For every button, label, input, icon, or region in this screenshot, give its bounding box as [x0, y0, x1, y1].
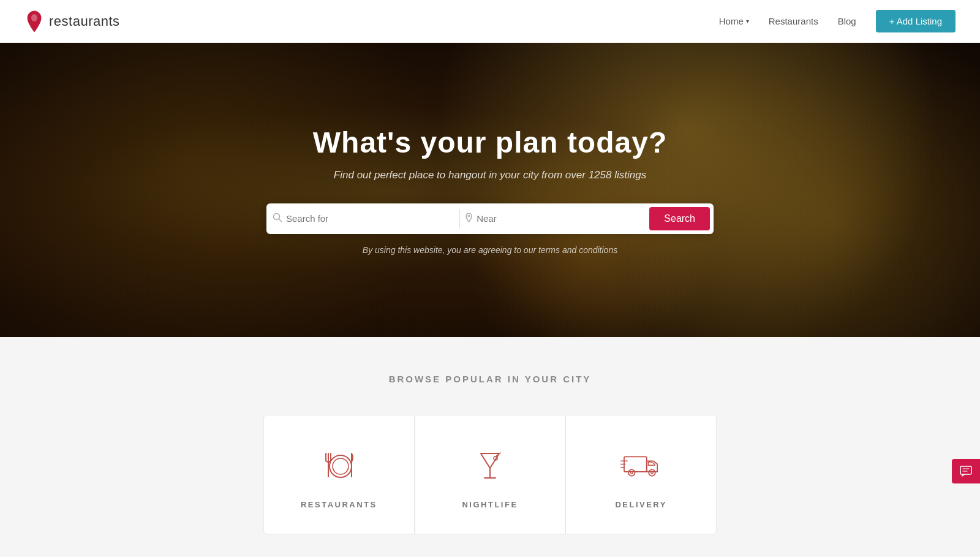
hero-subtitle: Find out perfect place to hangout in you… [12, 169, 968, 181]
svg-point-17 [630, 472, 633, 474]
location-icon [465, 213, 473, 224]
svg-rect-15 [624, 457, 647, 472]
nightlife-icon [469, 445, 511, 488]
browse-title: BROWSE POPULAR IN YOUR CITY [24, 374, 956, 384]
hero-section: What's your plan today? Find out perfect… [0, 43, 980, 337]
brand-name: restaurants [49, 13, 120, 29]
near-input-group [465, 213, 647, 224]
nav-home[interactable]: Home ▾ [719, 16, 749, 26]
browse-section: BROWSE POPULAR IN YOUR CITY [0, 337, 980, 557]
home-label: Home [719, 16, 744, 26]
hero-content: What's your plan today? Find out perfect… [0, 126, 980, 255]
nav-blog[interactable]: Blog [838, 16, 856, 26]
browse-card-nightlife[interactable]: NIGHTLIFE [415, 415, 566, 534]
svg-point-18 [649, 469, 655, 476]
delivery-icon [620, 445, 663, 488]
restaurant-icon [317, 445, 360, 488]
chat-button[interactable] [952, 459, 980, 483]
brand-logo[interactable]: restaurants [24, 10, 120, 33]
svg-point-0 [31, 14, 37, 21]
add-listing-button[interactable]: + Add Listing [876, 10, 956, 32]
brand-icon [24, 10, 44, 33]
chevron-down-icon: ▾ [746, 18, 749, 25]
search-icon [273, 213, 282, 225]
search-divider [459, 209, 460, 229]
browse-card-delivery[interactable]: DELIVERY [565, 415, 717, 534]
search-button[interactable]: Search [649, 207, 710, 230]
navbar: restaurants Home ▾ Restaurants Blog + Ad… [0, 0, 980, 43]
svg-point-19 [650, 472, 653, 474]
svg-rect-23 [960, 466, 971, 474]
browse-cards: RESTAURANTS NIGHTLIFE [263, 415, 717, 534]
delivery-label: DELIVERY [615, 500, 667, 509]
nightlife-label: NIGHTLIFE [462, 500, 518, 509]
nav-links: Home ▾ Restaurants Blog + Add Listing [719, 10, 956, 32]
svg-point-16 [628, 469, 635, 476]
terms-text: By using this website, you are agreeing … [12, 245, 968, 255]
search-input[interactable] [286, 213, 454, 224]
browse-card-restaurants[interactable]: RESTAURANTS [263, 415, 415, 534]
search-bar: Search [266, 203, 714, 234]
restaurants-label: RESTAURANTS [301, 500, 377, 509]
svg-point-3 [468, 215, 470, 217]
svg-point-9 [333, 458, 349, 474]
hero-title: What's your plan today? [12, 126, 968, 159]
svg-line-2 [279, 219, 282, 221]
near-input[interactable] [477, 213, 647, 224]
nav-restaurants[interactable]: Restaurants [769, 16, 818, 26]
search-input-group [273, 213, 454, 225]
